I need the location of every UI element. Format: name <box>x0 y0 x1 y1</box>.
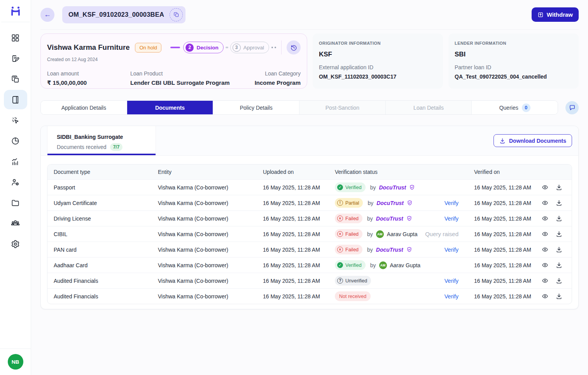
download-document-button[interactable] <box>555 199 563 207</box>
chat-button[interactable] <box>565 101 579 114</box>
step-number: 3 <box>233 44 241 52</box>
sidebar-item-dashboard[interactable] <box>4 28 27 47</box>
sidebar-item-applications[interactable] <box>4 49 27 68</box>
sidebar-item-teams[interactable] <box>4 214 27 233</box>
verification-status-cell: ✓VerifiedbyAMAarav Gupta <box>329 258 468 273</box>
sidebar-item-documents[interactable] <box>4 90 27 109</box>
verify-link[interactable]: Verify <box>444 293 458 300</box>
status-badge: ✓Verified <box>335 260 366 270</box>
sidebar-item-user-management[interactable] <box>4 172 27 192</box>
docutrust-label: DocuTrust <box>376 200 404 206</box>
stepper-step-decision[interactable]: 2 Decision <box>183 42 223 53</box>
file-pen-icon <box>11 54 20 63</box>
status-badge: ×Failed <box>335 245 362 254</box>
sidebar-item-quick-actions[interactable] <box>4 110 27 130</box>
created-on-label: Created on 12 Aug 2024 <box>47 57 301 62</box>
sidebar: NB <box>0 0 31 375</box>
sidebar-item-pages[interactable] <box>4 69 27 89</box>
loan-summary-card: Vishwa Karma Furniture On hold 2 Decisio… <box>40 33 307 89</box>
status-text: Verified <box>345 185 362 190</box>
eye-icon <box>542 262 548 268</box>
cursor-click-icon <box>11 116 20 125</box>
uploaded-on-cell: 16 May 2025, 11:28 AM <box>257 273 329 288</box>
history-icon <box>290 44 298 51</box>
tab-application-details[interactable]: Application Details <box>41 101 127 114</box>
download-document-button[interactable] <box>555 214 563 223</box>
eye-icon <box>542 231 548 237</box>
uploaded-on-cell: 16 May 2025, 11:28 AM <box>257 258 329 273</box>
history-button[interactable] <box>287 40 301 54</box>
eye-icon <box>542 215 548 222</box>
download-icon <box>556 246 562 253</box>
application-id: OM_KSF_09102023_00003BEA <box>68 11 164 18</box>
shield-check-icon <box>409 184 415 190</box>
field-label: Loan amount <box>47 70 130 77</box>
verified-on-cell: 16 May 2025, 11:28 AM <box>468 211 537 226</box>
verify-link[interactable]: Verify <box>444 247 458 253</box>
preview-document-button[interactable] <box>541 230 549 238</box>
sidebar-item-analytics[interactable] <box>4 152 27 171</box>
copy-application-id-button[interactable] <box>170 8 183 21</box>
partner-loan-id-label: Partner loan ID <box>455 64 572 70</box>
user-avatar[interactable]: NB <box>8 354 23 370</box>
back-button[interactable]: ← <box>40 8 54 22</box>
arrow-left-icon: ← <box>44 11 51 19</box>
verify-link[interactable]: Verify <box>444 278 458 284</box>
field-label: Loan Product <box>130 70 255 77</box>
download-document-button[interactable] <box>555 230 563 238</box>
queries-count-badge: 0 <box>522 103 530 112</box>
verify-link[interactable]: Verify <box>444 216 458 222</box>
preview-document-button[interactable] <box>541 261 549 269</box>
verification-status-cell: !PartialbyDocuTrustVerify <box>329 195 468 210</box>
step-label: Approval <box>243 45 264 51</box>
field-value: ₹ 15,00,00,000 <box>47 79 130 86</box>
status-badge: ?Unverified <box>335 276 371 286</box>
verify-link[interactable]: Verify <box>444 200 458 206</box>
tab-documents[interactable]: Documents <box>127 101 214 114</box>
download-document-button[interactable] <box>555 245 563 254</box>
document-type-cell: Aadhaar Card <box>47 258 152 273</box>
document-set-tab[interactable]: SIDBI_Banking Surrogate Documents receiv… <box>47 126 156 155</box>
sidebar-item-files[interactable] <box>4 193 27 212</box>
tab-post-sanction: Post-Sanction <box>299 101 386 114</box>
preview-document-button[interactable] <box>541 277 549 285</box>
row-actions-cell <box>537 195 572 210</box>
partner-loan-id-value: QA_Test_090722025_004_cancelled <box>455 74 572 80</box>
verification-status-cell: ?UnverifiedVerify <box>329 273 468 288</box>
withdraw-button[interactable]: Withdraw <box>532 7 579 22</box>
download-document-button[interactable] <box>555 292 563 300</box>
verifier-name: Aarav Gupta <box>390 262 421 268</box>
by-label: by <box>370 184 376 191</box>
verification-status-cell: ×FailedbyAMAarav GuptaQuery raised <box>329 226 468 242</box>
tab-queries[interactable]: Queries0 <box>472 101 558 114</box>
sidebar-item-settings[interactable] <box>4 234 27 254</box>
brand-logo-icon[interactable] <box>9 5 22 18</box>
preview-document-button[interactable] <box>541 245 549 254</box>
row-actions-cell <box>537 180 572 195</box>
sidebar-item-reports[interactable] <box>4 131 27 151</box>
tab-policy-details[interactable]: Policy Details <box>213 101 299 114</box>
download-documents-button[interactable]: Download Documents <box>494 134 572 147</box>
field-value: Lender CBI UBL Surrogate Program <box>130 79 255 86</box>
preview-document-button[interactable] <box>541 214 549 223</box>
header-actions <box>537 165 572 179</box>
users-icon <box>11 219 20 228</box>
preview-document-button[interactable] <box>541 183 549 191</box>
document-type-cell: Driving License <box>47 211 152 226</box>
user-gear-icon <box>11 178 20 187</box>
download-document-button[interactable] <box>555 183 563 191</box>
status-text: Failed <box>345 231 359 237</box>
borrower-name: Vishwa Karma Furniture <box>47 43 130 52</box>
download-document-button[interactable] <box>555 277 563 285</box>
verified-on-cell: 16 May 2025, 11:28 AM <box>468 180 537 195</box>
chart-icon <box>11 157 20 166</box>
preview-document-button[interactable] <box>541 292 549 300</box>
download-document-button[interactable] <box>555 261 563 269</box>
download-icon <box>556 262 562 268</box>
header-verification-status: Verification status <box>329 165 468 179</box>
external-application-id-value: OM_KSF_11102023_00003C17 <box>319 74 437 80</box>
loan-category-field: Loan Category Income Program <box>255 70 301 86</box>
eye-icon <box>542 293 548 300</box>
stepper-divider <box>281 40 282 54</box>
preview-document-button[interactable] <box>541 199 549 207</box>
